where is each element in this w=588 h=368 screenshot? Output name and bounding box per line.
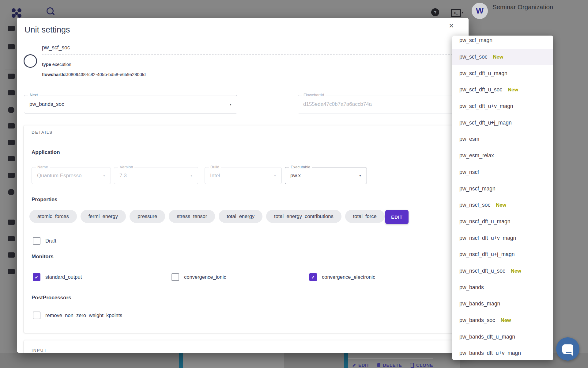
menu-item-pw_bands_dft_u_magn[interactable]: pw_bands_dft_u_magn	[452, 328, 553, 345]
menu-item-label: pw_nscf_soc	[459, 202, 490, 208]
chat-bubble-icon	[562, 344, 573, 354]
list-icon[interactable]	[8, 90, 15, 95]
menu-item-label: pw_nscf_dft_u_magn	[459, 218, 510, 225]
property-chip: total_energy_contributions	[266, 210, 341, 223]
avatar[interactable]: W	[472, 3, 488, 19]
monitor-convergence_electronic-row[interactable]: ✓convergence_electronic	[309, 273, 375, 281]
tools-icon[interactable]	[8, 252, 15, 258]
delete-background-button[interactable]: DELETE	[377, 362, 402, 368]
help-icon[interactable]: ?	[431, 8, 439, 16]
monitor-label: convergence_electronic	[322, 274, 375, 280]
media-icon[interactable]	[8, 156, 15, 161]
background-button-label: CLONE	[416, 362, 433, 368]
edit-background-button[interactable]: EDIT	[352, 362, 369, 368]
menu-item-label: pw_scf_dft_u+v_magn	[459, 103, 513, 109]
checkbox-unchecked[interactable]	[172, 273, 179, 281]
next-select[interactable]: Next pw_bands_soc ▼	[24, 95, 237, 113]
edit-properties-button[interactable]: EDIT	[385, 210, 409, 224]
menu-item-label: pw_scf_dft_u+j_magn	[459, 120, 512, 126]
details-card: DETAILS Application NameQuantum Espresso…	[24, 125, 459, 333]
card-accent-border	[344, 353, 348, 368]
clone-background-button[interactable]: CLONE	[410, 362, 433, 368]
monitor-convergence_ionic-row[interactable]: convergence_ionic	[172, 273, 226, 281]
monitors-heading: Monitors	[32, 254, 54, 260]
menu-item-pw_nscf_soc[interactable]: pw_nscf_socNew	[452, 197, 553, 213]
draft-label: Draft	[45, 238, 56, 244]
menu-item-pw_nscf_dft_u+j_magn[interactable]: pw_nscf_dft_u+j_magn	[452, 246, 553, 263]
cloud-icon[interactable]	[8, 173, 15, 178]
menu-item-pw_nscf_dft_u_soc[interactable]: pw_nscf_dft_u_socNew	[452, 263, 553, 279]
menu-item-pw_bands[interactable]: pw_bands	[452, 279, 553, 296]
menu-item-pw_scf_dft_u+v_magn[interactable]: pw_scf_dft_u+v_magn	[452, 98, 553, 115]
chevron-down-icon[interactable]: ▼	[359, 174, 362, 177]
menu-item-label: pw_bands_magn	[459, 301, 500, 307]
menu-item-pw_scf_soc[interactable]: pw_scf_socNew	[452, 49, 553, 65]
menu-item-pw_scf_magn[interactable]: pw_scf_magn	[452, 36, 553, 49]
menu-item-pw_nscf[interactable]: pw_nscf	[452, 164, 553, 181]
application-executable-select[interactable]: Executablepw.x▼	[285, 167, 367, 184]
menu-item-pw_scf_dft_u_magn[interactable]: pw_scf_dft_u_magn	[452, 65, 553, 82]
team-icon[interactable]	[8, 189, 14, 195]
folder-icon[interactable]	[8, 74, 15, 79]
menu-item-pw_nscf_dft_u+v_magn[interactable]: pw_nscf_dft_u+v_magn	[452, 230, 553, 246]
checkbox-unchecked[interactable]	[33, 237, 40, 245]
unit-flowchart-row: flowchartId:f0809438-fc82-405b-bd58-e659…	[42, 72, 146, 77]
monitor-label: standard_output	[45, 274, 82, 280]
terminal-icon[interactable]: >_	[451, 9, 461, 17]
boards-icon[interactable]	[8, 26, 15, 31]
caret-down-icon[interactable]: ▼	[461, 11, 464, 14]
checkbox-unchecked[interactable]	[33, 312, 40, 319]
type-value: execution	[52, 62, 71, 67]
property-chip: stress_tensor	[169, 210, 215, 223]
chat-launcher-button[interactable]	[556, 337, 579, 361]
unit-settings-dialog: Unit settings × pw_scf_soc type executio…	[17, 18, 469, 353]
postprocessor-label: remove_non_zero_weight_kpoints	[45, 312, 122, 318]
application-version-select: Version7.3▼	[114, 167, 198, 184]
close-icon[interactable]: ×	[447, 21, 456, 31]
menu-item-pw_nscf_magn[interactable]: pw_nscf_magn	[452, 180, 553, 197]
menu-item-pw_bands_magn[interactable]: pw_bands_magn	[452, 296, 553, 312]
globe-icon[interactable]	[8, 269, 15, 274]
chevron-down-icon[interactable]: ▼	[229, 103, 232, 106]
menu-item-pw_bands_dft_u+v_magn[interactable]: pw_bands_dft_u+v_magn	[452, 345, 553, 360]
checkbox-checked[interactable]: ✓	[309, 273, 317, 281]
copy-icon	[410, 363, 414, 367]
briefcase-icon[interactable]	[8, 123, 15, 128]
details-section-label: DETAILS	[32, 130, 53, 135]
background-button-label: EDIT	[358, 362, 369, 368]
menu-item-pw_esm_relax[interactable]: pw_esm_relax	[452, 148, 553, 164]
new-badge: New	[508, 87, 518, 93]
field-value: Quantum Espresso	[37, 167, 82, 184]
menu-item-pw_bands_soc[interactable]: pw_bands_socNew	[452, 312, 553, 329]
app-logo-icon	[12, 14, 16, 18]
checkbox-checked[interactable]: ✓	[33, 273, 40, 281]
postprocessor-remove_non_zero_weight_kpoints-row[interactable]: remove_non_zero_weight_kpoints	[33, 312, 122, 319]
monitor-standard_output-row[interactable]: ✓standard_output	[33, 273, 82, 281]
menu-item-label: pw_nscf_dft_u_soc	[459, 268, 505, 274]
add-icon[interactable]	[8, 44, 15, 49]
property-chips: atomic_forcesfermi_energypressurestress_…	[29, 210, 385, 223]
menu-item-label: pw_bands	[459, 284, 484, 291]
menu-item-pw_nscf_dft_u_magn[interactable]: pw_nscf_dft_u_magn	[452, 213, 553, 230]
menu-item-pw_esm[interactable]: pw_esm	[452, 131, 553, 148]
flowchartid-field-value: d155eda47c0b7a7a6accb74a	[303, 95, 372, 113]
menu-item-label: pw_esm_relax	[459, 152, 494, 159]
menu-item-pw_scf_dft_u+j_magn[interactable]: pw_scf_dft_u+j_magn	[452, 114, 553, 131]
draft-checkbox-row[interactable]: Draft	[33, 237, 56, 245]
trash-icon	[377, 363, 380, 367]
property-chip: atomic_forces	[29, 210, 77, 223]
new-badge: New	[501, 317, 511, 323]
people-icon[interactable]	[8, 236, 15, 241]
unit-options-menu: pw_scf_magnpw_scf_socNewpw_scf_dft_u_mag…	[452, 36, 553, 360]
property-chip: fermi_energy	[81, 210, 126, 223]
chart-icon[interactable]	[8, 140, 15, 145]
application-heading: Application	[32, 149, 60, 155]
pencil-icon	[352, 363, 356, 367]
search-icon	[52, 12, 55, 15]
atoms-icon[interactable]	[8, 107, 14, 113]
menu-item-pw_scf_dft_u_soc[interactable]: pw_scf_dft_u_socNew	[452, 82, 553, 98]
app-logo-icon[interactable]	[12, 8, 16, 12]
flowchartid-label: flowchartId:	[42, 72, 67, 77]
dialog-title: Unit settings	[24, 25, 70, 35]
bank-icon[interactable]	[8, 220, 15, 225]
